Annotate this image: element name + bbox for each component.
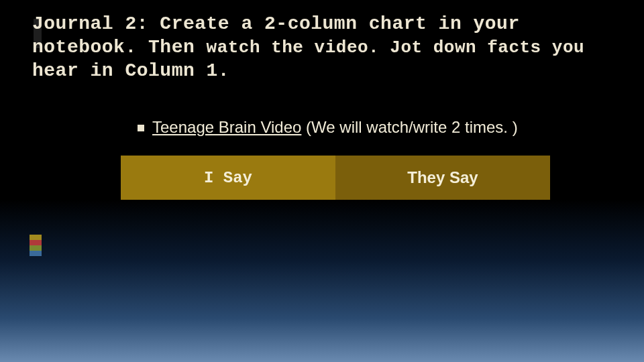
video-link[interactable]: Teenage Brain Video (152, 118, 301, 136)
table-header-row: I Say They Say (121, 156, 550, 200)
heading-line-2b: watch the video. Jot down facts you (207, 38, 585, 58)
stripe-4 (30, 251, 42, 256)
stripe-2 (30, 240, 42, 245)
stripe-3 (30, 245, 42, 251)
heading-line-1: Journal 2: Create a 2-column chart in yo… (32, 13, 520, 34)
column-1-header: I Say (121, 156, 335, 200)
column-2-body (335, 200, 550, 314)
bullet-item: Teenage Brain Video (We will watch/write… (138, 118, 624, 137)
table-body-row (121, 200, 550, 314)
two-column-chart: I Say They Say (121, 156, 550, 316)
decorative-side-stripes (30, 235, 42, 256)
bullet-square-icon (138, 125, 144, 131)
column-2-header: They Say (335, 156, 550, 200)
heading-line-3: hear in Column 1. (32, 60, 229, 81)
stripe-1 (30, 235, 42, 240)
column-1-body (121, 200, 335, 314)
heading-line-2a: notebook. Then (32, 37, 207, 58)
bullet-after-text: (We will watch/write 2 times. ) (301, 118, 517, 136)
slide-heading: Journal 2: Create a 2-column chart in yo… (32, 12, 624, 82)
